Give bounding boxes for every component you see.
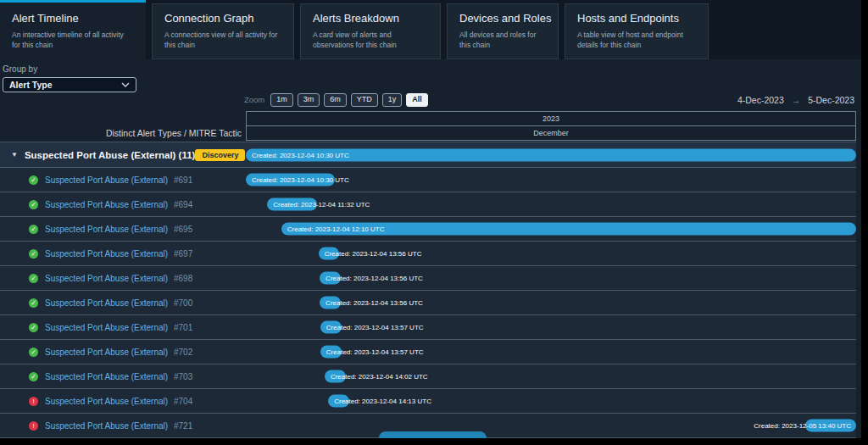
axis-label: Distinct Alert Types / MITRE Tactic (0, 125, 244, 141)
row-left-cell: ✓Suspected Port Abuse (External)#695 (0, 217, 246, 241)
alert-link[interactable]: Suspected Port Abuse (External) (45, 397, 168, 406)
group-by-label: Group by (3, 64, 136, 74)
timeline-bar[interactable] (320, 346, 342, 359)
alert-row-701: ✓Suspected Port Abuse (External)#701Crea… (0, 315, 856, 340)
timeline-bar[interactable] (246, 174, 335, 186)
alert-id: #704 (174, 397, 192, 406)
alert-link[interactable]: Suspected Port Abuse (External) (45, 225, 168, 234)
tab-connection-graph[interactable]: Connection GraphA connections view of al… (152, 3, 294, 59)
check-circle-icon: ✓ (29, 249, 38, 259)
alert-id: #698 (174, 274, 192, 283)
zoom-button-1m[interactable]: 1m (270, 93, 293, 107)
alert-row-695: ✓Suspected Port Abuse (External)#695Crea… (0, 217, 856, 242)
alert-link[interactable]: Suspected Port Abuse (External) (45, 348, 168, 357)
alert-link[interactable]: Suspected Port Abuse (External) (45, 200, 168, 209)
alert-link[interactable]: Suspected Port Abuse (External) (45, 274, 168, 283)
alert-id: #721 (174, 421, 192, 431)
timeline-bar[interactable] (319, 248, 339, 260)
bar-label: Created: 2023-12-04 13:56 UTC (326, 275, 423, 282)
alert-id: #697 (174, 249, 192, 259)
tab-title: Alert Timeline (12, 12, 134, 25)
alert-id: #691 (174, 175, 192, 185)
timeline-bar[interactable] (320, 321, 342, 334)
group-title: Suspected Port Abuse (External) (11) (25, 150, 196, 160)
row-left-cell: ✓Suspected Port Abuse (External)#700 (0, 291, 246, 314)
group-by-value: Alert Type (9, 80, 53, 90)
zoom-controls: Zoom 1m3m6mYTD1yAll (244, 93, 428, 107)
bar-label: Created: 2023-12-04 13:56 UTC (325, 250, 422, 258)
zoom-button-ytd[interactable]: YTD (351, 93, 378, 107)
timeline-cell: Created: 2023-12-04 13:56 UTC (246, 242, 856, 265)
group-by-select[interactable]: Alert Type (3, 77, 136, 92)
zoom-button-3m[interactable]: 3m (298, 93, 320, 107)
tab-description: All devices and roles for this chain (459, 30, 546, 51)
zoom-button-all[interactable]: All (406, 93, 428, 107)
check-circle-icon: ✓ (29, 225, 38, 234)
alert-id: #695 (174, 225, 192, 234)
chevron-down-icon (121, 82, 130, 87)
row-left-cell: ✓Suspected Port Abuse (External)#697 (0, 242, 246, 265)
check-circle-icon: ✓ (29, 298, 38, 308)
tab-description: An interactive timeline of all activity … (12, 30, 134, 51)
timeline-cell: Created: 2023-12-04 13:57 UTC (246, 340, 856, 364)
check-circle-icon: ✓ (29, 274, 38, 283)
timeline-bar[interactable] (805, 420, 856, 432)
check-circle-icon: ✓ (29, 323, 38, 332)
tab-description: A card view of alerts and observations f… (313, 30, 428, 51)
row-left-cell: ✓Suspected Port Abuse (External)#698 (0, 266, 246, 290)
timeline-bar[interactable] (281, 223, 856, 236)
alert-timeline-page: Alert TimelineAn interactive timeline of… (0, 0, 861, 438)
tab-bar: Alert TimelineAn interactive timeline of… (0, 0, 861, 59)
timeline-scrollbar-handle[interactable] (379, 431, 487, 438)
timeline-header: 2023 December (246, 111, 856, 141)
timeline-cell: Created: 2023-12-04 13:56 UTC (246, 291, 856, 314)
tab-description: A table view of host and endpoint detail… (577, 30, 696, 51)
row-left-cell: ▼Suspected Port Abuse (External) (11)Dis… (0, 142, 246, 167)
alert-id: #700 (174, 298, 192, 308)
timeline-cell: Created: 2023-12-04 12:10 UTC (246, 217, 856, 241)
timeline-bar[interactable] (328, 395, 349, 408)
row-left-cell: !Suspected Port Abuse (External)#704 (0, 389, 246, 413)
timeline-month-header: December (246, 125, 856, 141)
alert-link[interactable]: Suspected Port Abuse (External) (45, 323, 168, 332)
timeline-bar[interactable] (325, 370, 346, 383)
alert-row-691: ✓Suspected Port Abuse (External)#691Crea… (0, 168, 856, 192)
timeline-cell: Created: 2023-12-04 11:32 UTC (246, 192, 856, 216)
tab-alerts-breakdown[interactable]: Alerts BreakdownA card view of alerts an… (300, 3, 441, 59)
alert-link[interactable]: Suspected Port Abuse (External) (45, 372, 168, 381)
tab-alert-timeline[interactable]: Alert TimelineAn interactive timeline of… (0, 0, 146, 59)
timeline-bar[interactable] (246, 148, 856, 161)
timeline-bar[interactable] (320, 297, 340, 309)
alert-id: #701 (174, 323, 192, 332)
zoom-button-6m[interactable]: 6m (324, 93, 347, 107)
check-circle-icon: ✓ (29, 200, 38, 209)
tab-hosts-and-endpoints[interactable]: Hosts and EndpointsA table view of host … (565, 3, 709, 59)
caret-down-icon[interactable]: ▼ (11, 151, 18, 159)
zoom-label: Zoom (244, 95, 264, 104)
timeline-cell: Created: 2023-12-04 10:30 UTC (246, 142, 856, 167)
row-left-cell: ✓Suspected Port Abuse (External)#691 (0, 168, 246, 192)
tab-description: A connections view of all activity for t… (164, 30, 281, 51)
tab-title: Alerts Breakdown (313, 12, 428, 25)
zoom-button-1y[interactable]: 1y (382, 93, 403, 107)
alert-link[interactable]: Suspected Port Abuse (External) (45, 249, 168, 259)
tab-devices-and-roles[interactable]: Devices and RolesAll devices and roles f… (447, 3, 559, 59)
timeline-bar[interactable] (320, 272, 340, 285)
timeline-bar[interactable] (267, 198, 316, 211)
timeline-grid: ▼Suspected Port Abuse (External) (11)Dis… (0, 142, 856, 438)
row-left-cell: ✓Suspected Port Abuse (External)#703 (0, 364, 246, 388)
alert-row-702: ✓Suspected Port Abuse (External)#702Crea… (0, 340, 856, 364)
alert-link[interactable]: Suspected Port Abuse (External) (45, 175, 168, 185)
timeline-year-header: 2023 (246, 111, 856, 126)
row-left-cell: ✓Suspected Port Abuse (External)#702 (0, 340, 246, 364)
alert-link[interactable]: Suspected Port Abuse (External) (45, 421, 168, 431)
check-circle-icon: ✓ (29, 372, 38, 381)
alert-row-694: ✓Suspected Port Abuse (External)#694Crea… (0, 192, 856, 217)
alert-link[interactable]: Suspected Port Abuse (External) (45, 298, 168, 308)
alert-id: #694 (174, 200, 192, 209)
date-range-end: 5-Dec-2023 (808, 95, 854, 105)
timeline-cell: Created: 2023-12-04 14:13 UTC (246, 389, 856, 413)
alert-row-697: ✓Suspected Port Abuse (External)#697Crea… (0, 242, 856, 266)
bar-label: Created: 2023-12-04 13:56 UTC (326, 299, 423, 307)
alert-id: #703 (174, 372, 192, 381)
